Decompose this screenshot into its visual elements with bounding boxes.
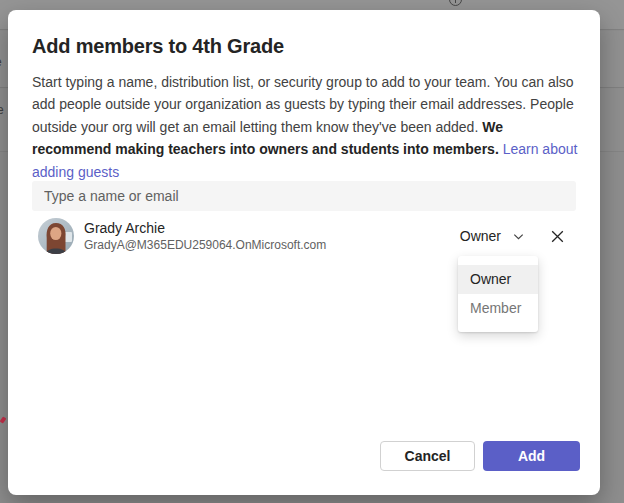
- member-row: Grady Archie GradyA@M365EDU259064.OnMicr…: [32, 214, 576, 258]
- dialog-title: Add members to 4th Grade: [32, 35, 284, 58]
- member-identity: Grady Archie GradyA@M365EDU259064.OnMicr…: [84, 220, 460, 252]
- remove-member-button[interactable]: [548, 227, 567, 246]
- member-name: Grady Archie: [84, 220, 460, 236]
- member-search-input[interactable]: [32, 181, 576, 211]
- role-option-owner[interactable]: Owner: [458, 265, 538, 294]
- role-dropdown-trigger[interactable]: Owner: [460, 228, 525, 244]
- role-option-member[interactable]: Member: [458, 294, 538, 323]
- role-dropdown-menu: Owner Member: [458, 256, 538, 332]
- dialog-footer: Cancel Add: [380, 441, 580, 471]
- add-button[interactable]: Add: [483, 441, 580, 471]
- dialog-description: Start typing a name, distribution list, …: [32, 71, 579, 183]
- role-selected-label: Owner: [460, 228, 501, 244]
- background-text-fragment: ce: [0, 104, 4, 116]
- cancel-button[interactable]: Cancel: [380, 441, 475, 471]
- add-members-dialog: Add members to 4th Grade Start typing a …: [8, 10, 600, 495]
- background-artifact: [0, 416, 6, 423]
- chevron-down-icon: [512, 230, 525, 243]
- close-icon: [550, 232, 565, 247]
- member-email: GradyA@M365EDU259064.OnMicrosoft.com: [84, 238, 460, 252]
- background-text-fragment: e: [0, 56, 2, 68]
- avatar: [38, 218, 74, 254]
